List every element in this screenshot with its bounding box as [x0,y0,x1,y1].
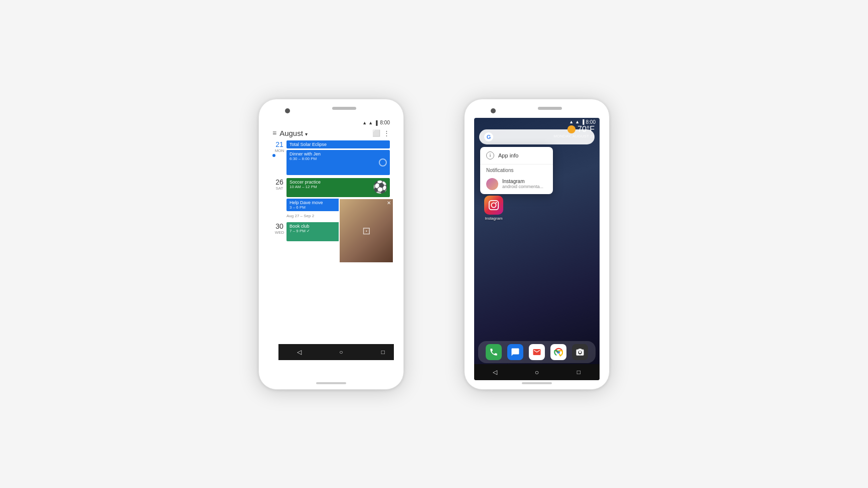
battery-icon-1: ▐ [374,120,377,125]
dock-camera-icon[interactable] [572,344,588,360]
home-button-1[interactable]: ○ [334,345,348,359]
nav-bar-2: ◁ ○ □ [474,364,600,380]
front-camera-2 [491,108,496,113]
weather-temp: 70°F [553,125,595,134]
bottom-bar-2 [522,382,552,384]
sun-icon [567,125,575,133]
status-bar-1: ▲ ▲ ▐ 8:00 [268,118,394,128]
calendar-header: ≡ August ▾ ⬜ ⋮ [268,128,394,138]
signal-icon-1: ▲ [368,120,373,125]
event-solar-eclipse[interactable]: Total Solar Eclipse [286,140,390,148]
speaker-1 [332,107,356,110]
wifi-icon-2: ▲ [569,119,573,124]
close-selfie-button[interactable]: ✕ [387,200,391,206]
recent-button-1[interactable]: □ [376,345,390,359]
speaker-2 [538,107,562,110]
day-label-30: 30 Wed [272,222,286,235]
notif-message: android commenta... [502,184,547,189]
selfie-overlay: ✕ ⊡ [339,198,394,263]
phone-2-top [465,99,609,118]
phone-1: ▲ ▲ ▐ 8:00 ≡ August ▾ ⬜ ⋮ [258,99,404,390]
day-label-26: 26 Sat [272,178,286,191]
bottom-bar-1 [316,382,346,384]
weather-widget: 70°F MONDAY, AUGUST 21 [553,125,595,138]
home-button-2[interactable]: ○ [530,365,544,379]
dock-gmail-icon[interactable] [529,344,545,360]
soccer-ball-icon: ⚽ [373,180,387,194]
event-soccer[interactable]: Soccer practice 10 AM – 12 PM ⚽ [286,178,390,197]
app-dock [478,341,596,363]
app-info-text: App info [498,152,518,158]
battery-icon-2: ▐ [581,119,584,124]
notif-app-name: Instagram [502,179,547,184]
status-time-2: 8:00 [586,119,596,125]
calendar-icon[interactable]: ⬜ [372,129,380,137]
phone-2: ▲ ▲ ▐ 8:00 70°F MONDAY, AUGUST 21 G [464,99,610,390]
context-menu: i App info Notifications Instagram andro… [480,147,553,194]
dock-messages-icon[interactable] [507,344,523,360]
weather-date: MONDAY, AUGUST 21 [553,134,595,138]
svg-point-2 [496,202,497,203]
status-time-1: 8:00 [380,120,390,125]
instagram-icon [484,196,503,215]
instagram-label: Instagram [485,216,503,221]
wifi-icon-1: ▲ [362,120,367,125]
svg-rect-0 [489,200,498,209]
front-camera-1 [285,108,290,113]
dock-chrome-icon[interactable] [550,344,566,360]
dock-phone-icon[interactable] [486,344,502,360]
calendar-screen: ▲ ▲ ▐ 8:00 ≡ August ▾ ⬜ ⋮ [268,118,394,380]
day-row-21: 21 Mon Total Solar Eclipse Dinner with J… [272,140,390,175]
nav-bar-1: ◁ ○ □ [278,344,394,360]
recent-button-2[interactable]: □ [571,365,586,379]
back-button-2[interactable]: ◁ [488,365,502,379]
selfie-camera-icon: ⊡ [362,225,371,237]
notif-text: Instagram android commenta... [502,179,547,189]
phone-2-bottom [465,380,609,389]
info-icon: i [486,151,494,159]
menu-icon[interactable]: ≡ [272,129,276,137]
notif-avatar [486,178,498,190]
home-screen: ▲ ▲ ▐ 8:00 70°F MONDAY, AUGUST 21 G [474,118,600,380]
phone-1-bottom [259,380,403,389]
instagram-app-icon[interactable]: Instagram [481,196,506,221]
calendar-title[interactable]: August ▾ [279,129,369,137]
day-21-events: Total Solar Eclipse Dinner with Jen 6:30… [286,140,390,175]
notification-row[interactable]: Instagram android commenta... [480,175,553,194]
phone-1-top [259,99,403,118]
calendar-header-icons: ⬜ ⋮ [372,129,390,137]
day-label-21: 21 Mon [272,140,286,157]
svg-point-1 [491,203,496,207]
homescreen-icons: Instagram [481,196,506,221]
google-logo: G [484,132,493,141]
more-icon[interactable]: ⋮ [383,129,390,137]
signal-icon-2: ▲ [575,119,580,124]
back-button-1[interactable]: ◁ [293,345,307,359]
app-info-row[interactable]: i App info [480,147,553,165]
notifications-header: Notifications [480,165,553,175]
event-dinner[interactable]: Dinner with Jen 6:30 – 8:00 PM [286,150,390,175]
